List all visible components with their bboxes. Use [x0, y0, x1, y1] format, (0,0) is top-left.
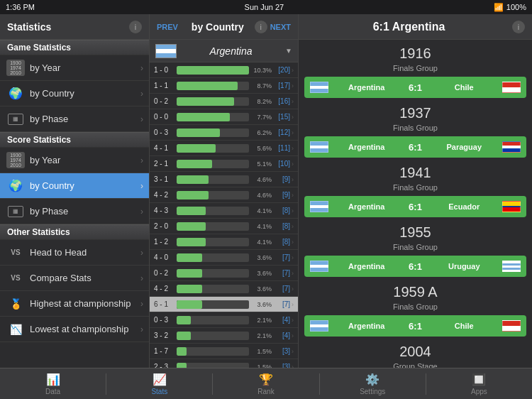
score-bar-container — [177, 66, 249, 75]
match-row[interactable]: Argentina 6:1 Ecuador — [304, 196, 526, 217]
score-label: 0 - 2 — [154, 269, 174, 277]
sidebar-label-score-phase: by Phase — [30, 206, 140, 217]
prev-button[interactable]: PREV — [154, 21, 181, 33]
sidebar-item-lowest[interactable]: 📉 Lowest at championship › — [0, 317, 149, 342]
score-row-arrow: › — [292, 67, 294, 74]
score-label: 4 - 0 — [154, 253, 174, 261]
score-row[interactable]: 2 - 0 4.1% [8] › — [150, 219, 298, 234]
score-label: 0 - 3 — [154, 316, 174, 324]
score-pct: 2.1% — [252, 332, 272, 339]
score-row[interactable]: 1 - 1 8.7% [17] › — [150, 78, 298, 94]
vs-icon-h2h: VS — [6, 245, 26, 261]
status-bar-right: 📶 100% — [494, 3, 526, 12]
right-header: 6:1 Argentina i — [299, 14, 532, 40]
sidebar-label-score-country: by Country — [30, 180, 140, 191]
match-team2: Paraguay — [426, 143, 503, 151]
score-bar-container — [177, 222, 249, 231]
score-count: [16] — [272, 97, 290, 105]
score-bar — [177, 160, 212, 168]
score-row[interactable]: 4 - 0 3.6% [7] › — [150, 250, 298, 266]
score-row[interactable]: 0 - 0 7.7% [15] › — [150, 109, 298, 125]
score-row[interactable]: 4 - 2 3.6% [7] › — [150, 281, 298, 297]
tab-stats[interactable]: 📈 Stats — [106, 368, 212, 399]
flag-team1 — [310, 320, 328, 332]
right-content: 1916Finals Group Argentina 6:1 Chile 193… — [299, 40, 532, 368]
score-bar — [177, 300, 202, 309]
sidebar-item-game-year[interactable]: 193019742010 by Year › — [0, 55, 149, 81]
sidebar-item-compare-stats[interactable]: VS Compare Stats › — [0, 266, 149, 291]
score-row[interactable]: 4 - 1 5.6% [11] › — [150, 141, 298, 156]
status-date: Sun Jun 27 — [245, 3, 284, 11]
score-row-arrow: › — [292, 301, 294, 308]
score-bar — [177, 66, 249, 75]
score-row[interactable]: 0 - 2 3.6% [7] › — [150, 266, 298, 281]
score-row-arrow: › — [292, 348, 294, 355]
score-row[interactable]: 1 - 2 4.1% [8] › — [150, 234, 298, 250]
year-title: 1959 A — [299, 278, 532, 302]
score-bar-container — [177, 207, 249, 215]
score-row[interactable]: 3 - 1 4.6% [9] › — [150, 172, 298, 187]
score-row[interactable]: 3 - 2 2.1% [4] › — [150, 328, 298, 344]
score-count: [17] — [272, 82, 290, 89]
match-score: 6:1 — [405, 82, 426, 93]
status-time: 1:36 PM — [6, 3, 35, 11]
score-label: 4 - 2 — [154, 191, 174, 199]
sidebar-item-score-year[interactable]: 193019742010 by Year › — [0, 148, 149, 173]
year-title: 1916 — [299, 40, 532, 63]
score-count: [4] — [272, 332, 290, 339]
status-bar: 1:36 PM Sun Jun 27 📶 100% — [0, 0, 532, 14]
sidebar-item-game-phase[interactable]: ▦ by Phase › — [0, 106, 149, 132]
sidebar-item-score-country[interactable]: 🌍 by Country › — [0, 173, 149, 199]
score-label: 1 - 7 — [154, 347, 174, 355]
year-title: 1937 — [299, 99, 532, 123]
score-row[interactable]: 2 - 1 5.1% [10] › — [150, 156, 298, 172]
globe-icon-score: 🌍 — [6, 178, 26, 194]
sidebar-item-score-phase[interactable]: ▦ by Phase › — [0, 199, 149, 224]
next-button[interactable]: NEXT — [267, 21, 294, 33]
score-row[interactable]: 0 - 3 6.2% [12] › — [150, 125, 298, 141]
score-row[interactable]: 4 - 2 4.6% [9] › — [150, 187, 298, 203]
score-pct: 7.7% — [252, 114, 272, 121]
score-bar-container — [177, 316, 249, 324]
match-score: 6:1 — [405, 202, 426, 212]
score-row-arrow: › — [292, 285, 294, 293]
score-bar — [177, 253, 202, 262]
score-row[interactable]: 6 - 1 3.6% [7] › — [150, 297, 298, 312]
middle-panel-title: by Country — [181, 21, 255, 33]
tab-rank[interactable]: 🏆 Rank — [213, 368, 318, 399]
score-row-arrow: › — [292, 98, 294, 105]
score-row[interactable]: 4 - 3 4.1% [8] › — [150, 203, 298, 219]
score-row[interactable]: 1 - 0 10.3% [20] › — [150, 62, 298, 78]
score-row[interactable]: 2 - 3 1.5% [3] › — [150, 359, 298, 368]
score-count: [7] — [272, 253, 290, 261]
score-bar-container — [177, 238, 249, 246]
score-row[interactable]: 0 - 3 2.1% [4] › — [150, 312, 298, 328]
tab-settings[interactable]: ⚙️ Settings — [320, 368, 426, 399]
tab-apps[interactable]: 🔲 Apps — [426, 368, 532, 399]
match-row[interactable]: Argentina 6:1 Chile — [304, 315, 526, 337]
match-row[interactable]: Argentina 6:1 Paraguay — [304, 136, 526, 158]
score-pct: 8.2% — [252, 98, 272, 105]
expand-icon[interactable]: ▼ — [285, 47, 292, 55]
sidebar-item-highest[interactable]: 🏅 Highest at championship › — [0, 291, 149, 317]
tab-bar: 📊 Data 📈 Stats 🏆 Rank ⚙️ Settings 🔲 Apps — [0, 368, 532, 399]
sidebar-label-game-phase: by Phase — [30, 114, 140, 124]
score-bar — [177, 207, 206, 215]
sidebar-item-head-to-head[interactable]: VS Head to Head › — [0, 240, 149, 266]
right-info-icon[interactable]: i — [512, 21, 525, 33]
tab-data[interactable]: 📊 Data — [0, 368, 106, 399]
info-icon[interactable]: i — [129, 21, 142, 33]
score-bar-container — [177, 253, 249, 262]
score-row-arrow: › — [292, 145, 294, 152]
score-pct: 2.1% — [252, 317, 272, 324]
score-row[interactable]: 1 - 7 1.5% [3] › — [150, 344, 298, 359]
match-row[interactable]: Argentina 6:1 Chile — [304, 77, 526, 98]
sidebar-item-game-country[interactable]: 🌍 by Country › — [0, 81, 149, 106]
score-row[interactable]: 0 - 2 8.2% [16] › — [150, 94, 298, 109]
score-label: 2 - 3 — [154, 363, 174, 368]
middle-info-icon[interactable]: i — [255, 21, 267, 33]
match-row[interactable]: Argentina 6:1 Uruguay — [304, 256, 526, 277]
score-bar-container — [177, 144, 249, 153]
match-score: 6:1 — [405, 261, 426, 272]
sidebar-label-highest: Highest at championship — [30, 298, 140, 309]
